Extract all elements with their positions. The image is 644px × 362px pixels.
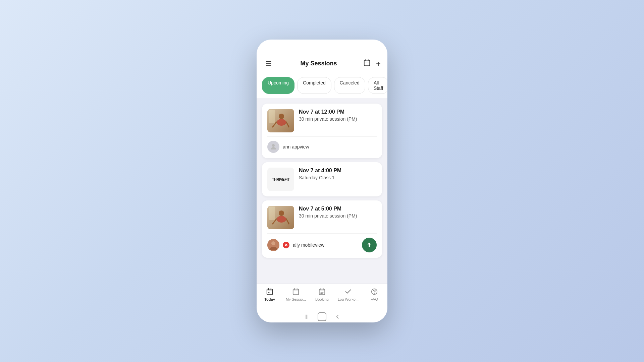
client-info-1: ann appview — [267, 141, 309, 153]
android-home-btn[interactable] — [318, 312, 326, 321]
session-type-1: 30 min private session (PM) — [299, 116, 377, 122]
card-divider-3 — [267, 233, 377, 234]
svg-rect-27 — [293, 289, 299, 295]
card-bottom-3: ✕ ally mobileview — [267, 238, 377, 252]
session-type-2: Saturday Class 1 — [299, 175, 377, 180]
client-avatar-3 — [267, 239, 279, 251]
cancel-badge: ✕ — [283, 242, 289, 248]
card-top-2: THRIVEFIT Nov 7 at 4:00 PM Saturday Clas… — [267, 168, 377, 191]
svg-rect-26 — [268, 292, 269, 293]
tab-completed[interactable]: Completed — [297, 77, 331, 94]
card-bottom-1: ann appview — [267, 141, 377, 153]
svg-point-8 — [277, 119, 286, 126]
header: ☰ My Sessions + — [257, 54, 387, 73]
svg-rect-22 — [267, 289, 273, 295]
status-bar — [257, 40, 387, 54]
thrivefit-brand: THRIVEFIT — [272, 177, 289, 181]
card-divider-1 — [267, 136, 377, 137]
nav-label-log-workout: Log Worko... — [338, 297, 359, 301]
session-image-1 — [267, 109, 294, 132]
client-avatar-1 — [267, 141, 279, 153]
page-title: My Sessions — [300, 60, 337, 67]
main-content: ☰ My Sessions + Upcoming Completed Cance… — [257, 54, 387, 284]
client-name-3: ally mobileview — [293, 242, 324, 248]
client-name-1: ann appview — [283, 144, 309, 149]
my-sessions-icon — [291, 287, 300, 296]
calendar-icon[interactable] — [363, 59, 371, 68]
session-card-2[interactable]: THRIVEFIT Nov 7 at 4:00 PM Saturday Clas… — [262, 162, 382, 196]
nav-label-my-sessions: My Sessio... — [286, 297, 306, 301]
android-menu-btn[interactable]: ⦀ — [302, 312, 311, 321]
nav-label-faq: FAQ — [371, 297, 378, 301]
filter-tabs: Upcoming Completed Canceled All Staff — [257, 73, 387, 98]
session-card-3[interactable]: Nov 7 at 5:00 PM 30 min private session … — [262, 200, 382, 258]
upload-button[interactable] — [362, 238, 377, 252]
session-datetime-3: Nov 7 at 5:00 PM — [299, 206, 377, 212]
tab-upcoming[interactable]: Upcoming — [262, 77, 294, 94]
svg-rect-0 — [364, 60, 370, 66]
nav-booking[interactable]: Booking — [309, 287, 335, 303]
svg-point-15 — [279, 210, 284, 216]
svg-point-7 — [279, 114, 284, 119]
add-session-icon[interactable]: + — [376, 59, 381, 68]
log-workout-icon — [344, 287, 353, 296]
card-top-1: Nov 7 at 12:00 PM 30 min private session… — [267, 109, 377, 132]
session-image-2: THRIVEFIT — [267, 168, 294, 191]
nav-label-booking: Booking — [315, 297, 329, 301]
tab-all-staff[interactable]: All Staff — [368, 77, 387, 94]
svg-rect-6 — [269, 110, 275, 123]
nav-today[interactable]: Today — [257, 287, 283, 303]
card-info-2: Nov 7 at 4:00 PM Saturday Class 1 — [299, 168, 377, 180]
sessions-list: Nov 7 at 12:00 PM 30 min private session… — [257, 98, 387, 284]
faq-icon — [370, 287, 379, 296]
card-info-3: Nov 7 at 5:00 PM 30 min private session … — [299, 206, 377, 219]
svg-point-20 — [271, 241, 275, 245]
nav-faq[interactable]: FAQ — [361, 287, 387, 303]
nav-my-sessions[interactable]: My Sessio... — [283, 287, 309, 303]
svg-point-16 — [277, 216, 286, 223]
session-type-3: 30 min private session (PM) — [299, 213, 377, 219]
header-actions: + — [363, 59, 381, 68]
tab-canceled[interactable]: Canceled — [334, 77, 365, 94]
client-info-3: ✕ ally mobileview — [267, 239, 324, 251]
home-indicator: ⦀ — [257, 311, 387, 322]
nav-log-workout[interactable]: Log Worko... — [335, 287, 361, 303]
svg-point-11 — [272, 144, 275, 147]
android-back-btn[interactable] — [333, 312, 342, 321]
menu-icon[interactable]: ☰ — [263, 60, 274, 68]
session-datetime-2: Nov 7 at 4:00 PM — [299, 168, 377, 174]
session-card-1[interactable]: Nov 7 at 12:00 PM 30 min private session… — [262, 104, 382, 158]
card-info-1: Nov 7 at 12:00 PM 30 min private session… — [299, 109, 377, 122]
nav-label-today: Today — [264, 297, 275, 301]
today-icon — [265, 287, 274, 296]
booking-icon — [318, 287, 326, 296]
svg-point-38 — [374, 293, 375, 293]
svg-rect-14 — [269, 206, 275, 220]
session-image-3 — [267, 206, 294, 229]
card-top-3: Nov 7 at 5:00 PM 30 min private session … — [267, 206, 377, 229]
session-datetime-1: Nov 7 at 12:00 PM — [299, 109, 377, 115]
bottom-nav: Today My Sessio... — [257, 284, 387, 311]
